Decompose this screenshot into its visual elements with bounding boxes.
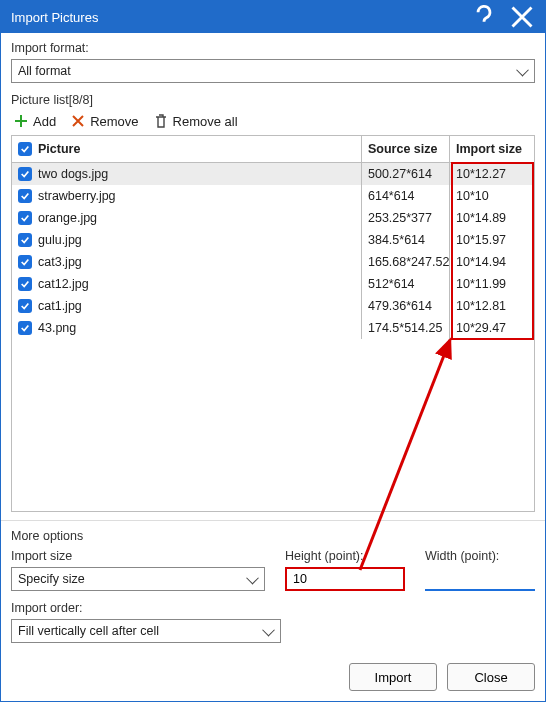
trash-icon — [153, 113, 169, 129]
row-checkbox[interactable] — [18, 255, 32, 269]
import-format-label: Import format: — [11, 41, 535, 55]
picture-name: strawberry.jpg — [38, 189, 116, 203]
row-checkbox[interactable] — [18, 299, 32, 313]
row-checkbox[interactable] — [18, 211, 32, 225]
source-size: 174.5*514.25 — [362, 317, 450, 339]
row-checkbox[interactable] — [18, 277, 32, 291]
import-button[interactable]: Import — [349, 663, 437, 691]
source-size: 384.5*614 — [362, 229, 450, 251]
table-row[interactable]: two dogs.jpg500.27*61410*12.27 — [12, 163, 534, 185]
close-button[interactable]: Close — [447, 663, 535, 691]
grid-header: Picture Source size Import size — [12, 136, 534, 163]
picture-name: 43.png — [38, 321, 76, 335]
table-row[interactable]: orange.jpg253.25*37710*14.89 — [12, 207, 534, 229]
import-size: 10*10 — [450, 185, 534, 207]
plus-icon — [13, 113, 29, 129]
import-size-label: Import size — [11, 549, 265, 563]
width-label: Width (point): — [425, 549, 535, 563]
source-size: 479.36*614 — [362, 295, 450, 317]
x-icon — [70, 113, 86, 129]
dialog-body: Import format: All format Picture list[8… — [1, 33, 545, 653]
import-order-label: Import order: — [11, 601, 281, 615]
picture-list-label: Picture list[8/8] — [11, 93, 535, 107]
source-size: 500.27*614 — [362, 163, 450, 185]
source-size: 253.25*377 — [362, 207, 450, 229]
remove-all-button[interactable]: Remove all — [153, 113, 238, 129]
picture-name: cat3.jpg — [38, 255, 82, 269]
picture-name: two dogs.jpg — [38, 167, 108, 181]
picture-grid: Picture Source size Import size two dogs… — [11, 135, 535, 512]
picture-name: cat12.jpg — [38, 277, 89, 291]
more-options-label: More options — [11, 529, 535, 543]
picture-list-toolbar: Add Remove Remove all — [11, 107, 535, 135]
source-size: 614*614 — [362, 185, 450, 207]
help-button[interactable] — [465, 1, 503, 33]
table-row[interactable]: cat1.jpg479.36*61410*12.81 — [12, 295, 534, 317]
import-pictures-dialog: Import Pictures Import format: All forma… — [0, 0, 546, 702]
picture-name: gulu.jpg — [38, 233, 82, 247]
import-size-select[interactable]: Specify size — [11, 567, 265, 591]
import-format-select[interactable]: All format — [11, 59, 535, 83]
add-button[interactable]: Add — [13, 113, 56, 129]
import-size: 10*15.97 — [450, 229, 534, 251]
import-size: 10*29.47 — [450, 317, 534, 339]
window-title: Import Pictures — [11, 10, 465, 25]
table-row[interactable]: strawberry.jpg614*61410*10 — [12, 185, 534, 207]
import-size: 10*12.27 — [450, 163, 534, 185]
remove-button[interactable]: Remove — [70, 113, 138, 129]
column-import-size[interactable]: Import size — [450, 136, 534, 162]
check-all[interactable] — [18, 142, 32, 156]
row-checkbox[interactable] — [18, 233, 32, 247]
column-source-size[interactable]: Source size — [362, 136, 450, 162]
height-label: Height (point): — [285, 549, 405, 563]
source-size: 512*614 — [362, 273, 450, 295]
picture-name: orange.jpg — [38, 211, 97, 225]
grid-body: two dogs.jpg500.27*61410*12.27strawberry… — [12, 163, 534, 339]
order-row: Import order: Fill vertically cell after… — [11, 601, 535, 643]
dialog-buttons: Import Close — [1, 653, 545, 701]
row-checkbox[interactable] — [18, 189, 32, 203]
size-row: Import size Specify size Height (point):… — [11, 549, 535, 591]
close-window-button[interactable] — [503, 1, 541, 33]
width-input[interactable] — [425, 567, 535, 591]
picture-name: cat1.jpg — [38, 299, 82, 313]
row-checkbox[interactable] — [18, 321, 32, 335]
table-row[interactable]: gulu.jpg384.5*61410*15.97 — [12, 229, 534, 251]
import-size: 10*14.89 — [450, 207, 534, 229]
import-order-select[interactable]: Fill vertically cell after cell — [11, 619, 281, 643]
table-row[interactable]: cat3.jpg165.68*247.5210*14.94 — [12, 251, 534, 273]
separator — [1, 520, 545, 521]
table-row[interactable]: 43.png174.5*514.2510*29.47 — [12, 317, 534, 339]
height-input[interactable] — [285, 567, 405, 591]
import-size: 10*12.81 — [450, 295, 534, 317]
import-size: 10*11.99 — [450, 273, 534, 295]
source-size: 165.68*247.52 — [362, 251, 450, 273]
titlebar: Import Pictures — [1, 1, 545, 33]
row-checkbox[interactable] — [18, 167, 32, 181]
import-size: 10*14.94 — [450, 251, 534, 273]
column-picture[interactable]: Picture — [12, 136, 362, 162]
import-format-value: All format — [18, 64, 71, 78]
table-row[interactable]: cat12.jpg512*61410*11.99 — [12, 273, 534, 295]
